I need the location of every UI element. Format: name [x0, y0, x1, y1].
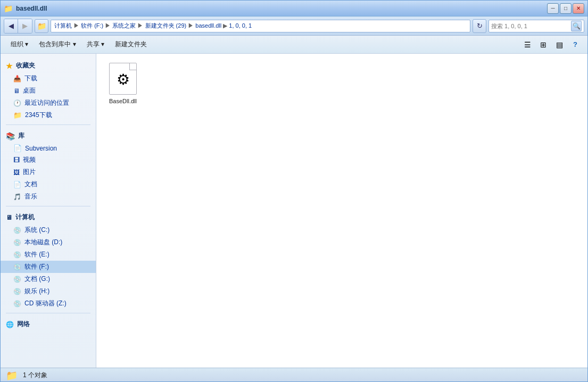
sidebar-item-label: 音乐: [24, 192, 37, 201]
sidebar-divider-1: [6, 124, 90, 125]
file-page: ⚙: [109, 63, 137, 95]
organize-label: 组织 ▾: [11, 40, 28, 49]
maximize-button[interactable]: □: [560, 3, 572, 14]
nav-back-forward-group: ◀ ▶: [4, 19, 32, 34]
search-box: 🔍: [488, 20, 584, 32]
toolbar: 组织 ▾ 包含到库中 ▾ 共享 ▾ 新建文件夹 ☰ ⊞ ▤ ?: [1, 36, 587, 54]
sidebar-item-2345[interactable]: 📁 2345下载: [1, 109, 96, 121]
sidebar-section-library[interactable]: 📚 库: [1, 128, 96, 143]
sidebar-item-label: Subversion: [25, 145, 57, 152]
file-item-basedll[interactable]: ⚙ BaseDll.dll: [102, 59, 144, 107]
status-count: 1 个对象: [23, 371, 47, 380]
organize-button[interactable]: 组织 ▾: [6, 38, 33, 52]
back-button[interactable]: ◀: [4, 19, 18, 33]
documents-icon: 📄: [13, 181, 21, 188]
sidebar-item-documents[interactable]: 📄 文档: [1, 178, 96, 190]
sidebar-item-e[interactable]: 💿 软件 (E:): [1, 248, 96, 261]
network-icon: 🌐: [6, 321, 14, 328]
sidebar-item-label: 图片: [23, 168, 36, 177]
view-list-button[interactable]: ▤: [552, 38, 566, 52]
sidebar-item-label: 最近访问的位置: [24, 98, 69, 107]
2345-icon: 📁: [13, 111, 22, 119]
sidebar-section-network[interactable]: 🌐 网络: [1, 317, 96, 331]
download-icon: 📥: [13, 75, 21, 82]
help-button[interactable]: ?: [568, 38, 582, 52]
title-bar-controls: ─ □ ✕: [547, 3, 584, 14]
view-details-button[interactable]: ☰: [520, 38, 534, 52]
computer-title: 计算机: [15, 213, 35, 222]
view-icons-button[interactable]: ⊞: [536, 38, 550, 52]
drive-d-icon: 💿: [13, 239, 21, 246]
share-label: 共享 ▾: [87, 40, 104, 49]
sidebar-item-label: 文档: [24, 180, 37, 189]
sidebar-item-label: 系统 (C:): [24, 226, 49, 235]
sidebar-item-label: 视频: [23, 155, 36, 164]
sidebar-item-subversion[interactable]: 📄 Subversion: [1, 143, 96, 154]
content-area: ⚙ BaseDll.dll: [96, 54, 587, 368]
include-library-label: 包含到库中 ▾: [39, 40, 76, 49]
new-folder-button[interactable]: 新建文件夹: [110, 38, 152, 52]
library-title: 库: [18, 131, 24, 140]
computer-icon: 🖥: [6, 214, 12, 221]
address-bar: ◀ ▶ 📁 计算机 ▶ 软件 (F:) ▶ 系统之家 ▶ 新建文件夹 (29) …: [1, 16, 587, 36]
sidebar-item-label: 2345下载: [25, 111, 52, 120]
share-button[interactable]: 共享 ▾: [82, 38, 109, 52]
breadcrumb-bar[interactable]: 计算机 ▶ 软件 (F:) ▶ 系统之家 ▶ 新建文件夹 (29) ▶ base…: [51, 20, 470, 32]
sidebar-item-label: 下载: [24, 74, 37, 83]
sidebar-divider-3: [6, 313, 90, 313]
drive-g-icon: 💿: [13, 276, 21, 283]
favorites-title: 收藏夹: [16, 61, 35, 70]
subversion-icon: 📄: [13, 144, 22, 152]
sidebar-divider-2: [6, 206, 90, 206]
drive-f-icon: 💿: [13, 263, 21, 271]
file-name: BaseDll.dll: [109, 98, 137, 104]
sidebar-item-pictures[interactable]: 🖼 图片: [1, 166, 96, 178]
sidebar-item-g[interactable]: 💿 文档 (G:): [1, 273, 96, 285]
sidebar-item-label: 本地磁盘 (D:): [24, 238, 62, 247]
refresh-button[interactable]: ↻: [473, 19, 486, 33]
search-input[interactable]: [491, 23, 571, 29]
sidebar-item-label: 桌面: [23, 86, 36, 95]
sidebar-item-c[interactable]: 💿 系统 (C:): [1, 224, 96, 236]
desktop-icon: 🖥: [13, 87, 20, 95]
folder-icon-button[interactable]: 📁: [35, 19, 48, 33]
sidebar-item-d[interactable]: 💿 本地磁盘 (D:): [1, 236, 96, 248]
breadcrumb-text: 计算机 ▶ 软件 (F:) ▶ 系统之家 ▶ 新建文件夹 (29) ▶ base…: [54, 22, 252, 30]
sidebar-item-label: CD 驱动器 (Z:): [24, 299, 67, 308]
sidebar-section-favorites[interactable]: ★ 收藏夹: [1, 58, 96, 72]
forward-button[interactable]: ▶: [18, 19, 32, 33]
video-icon: 🎞: [13, 156, 20, 164]
music-icon: 🎵: [13, 193, 21, 201]
main-area: ★ 收藏夹 📥 下载 🖥 桌面 🕐 最近访问的位置 📁 2345下载 📚 库 📄…: [1, 54, 587, 368]
close-button[interactable]: ✕: [573, 3, 584, 14]
title-bar: 📁 basedll.dll ─ □ ✕: [1, 1, 587, 16]
include-library-button[interactable]: 包含到库中 ▾: [34, 38, 80, 52]
title-bar-text: basedll.dll: [16, 5, 47, 12]
network-title: 网络: [17, 320, 30, 329]
sidebar-item-video[interactable]: 🎞 视频: [1, 154, 96, 166]
sidebar-item-music[interactable]: 🎵 音乐: [1, 190, 96, 203]
status-folder-icon: 📁: [6, 370, 18, 381]
sidebar-item-h[interactable]: 💿 娱乐 (H:): [1, 285, 96, 297]
library-icon: 📚: [6, 132, 15, 140]
sidebar: ★ 收藏夹 📥 下载 🖥 桌面 🕐 最近访问的位置 📁 2345下载 📚 库 📄…: [1, 54, 96, 368]
dll-icon: ⚙: [117, 72, 130, 87]
pictures-icon: 🖼: [13, 169, 20, 176]
sidebar-section-computer[interactable]: 🖥 计算机: [1, 210, 96, 224]
sidebar-item-label: 娱乐 (H:): [24, 287, 49, 296]
sidebar-item-z[interactable]: 💿 CD 驱动器 (Z:): [1, 297, 96, 310]
sidebar-item-desktop[interactable]: 🖥 桌面: [1, 85, 96, 97]
sidebar-item-label: 软件 (E:): [24, 250, 49, 259]
sidebar-item-download[interactable]: 📥 下载: [1, 72, 96, 85]
title-bar-left: 📁 basedll.dll: [4, 4, 47, 13]
favorites-icon: ★: [6, 62, 13, 70]
sidebar-item-label: 文档 (G:): [24, 275, 50, 284]
drive-c-icon: 💿: [13, 227, 21, 234]
sidebar-item-f[interactable]: 💿 软件 (F:): [1, 261, 96, 273]
sidebar-item-recent[interactable]: 🕐 最近访问的位置: [1, 97, 96, 109]
file-icon-wrapper: ⚙: [106, 62, 140, 96]
search-button[interactable]: 🔍: [571, 21, 582, 31]
minimize-button[interactable]: ─: [547, 3, 559, 14]
toolbar-right: ☰ ⊞ ▤ ?: [520, 38, 582, 52]
recent-icon: 🕐: [13, 99, 21, 107]
